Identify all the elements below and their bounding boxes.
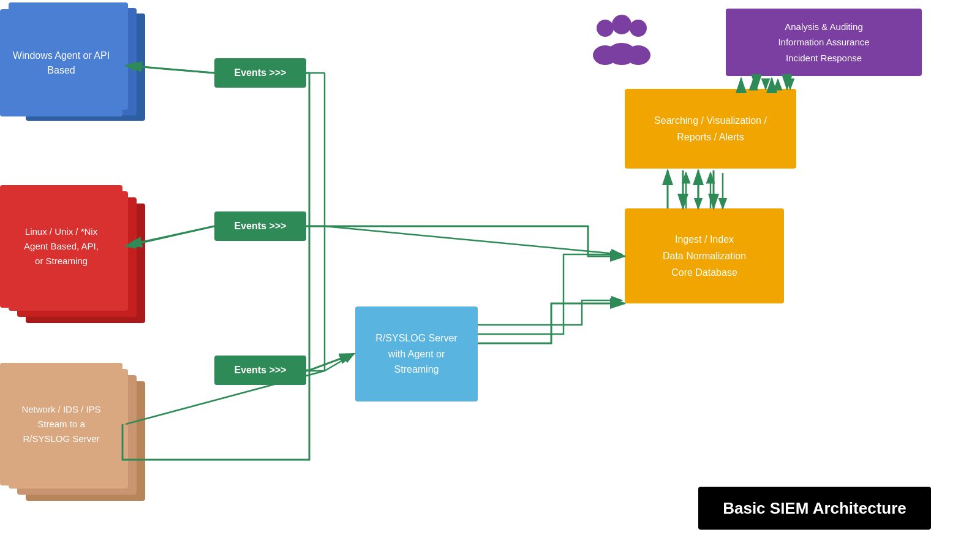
svg-point-4 [612, 15, 631, 34]
arrows-overlay [0, 0, 980, 548]
events-btn-1: Events >>> [214, 58, 306, 88]
diagram: Windows Agent or API Based Linux / Unix … [0, 0, 980, 548]
linux-agent-box: Linux / Unix / *NixAgent Based, API,or S… [0, 185, 123, 308]
svg-point-5 [607, 43, 636, 65]
windows-agent-box: Windows Agent or API Based [0, 9, 123, 116]
arrows-clean [0, 0, 980, 548]
network-label: Network / IDS / IPSStream to aR/SYSLOG S… [21, 402, 100, 446]
network-agent-box: Network / IDS / IPSStream to aR/SYSLOG S… [0, 363, 123, 485]
syslog-label: R/SYSLOG Serverwith Agent orStreaming [375, 330, 457, 378]
events-btn-2: Events >>> [214, 211, 306, 241]
users-icon [588, 11, 655, 75]
ingest-box: Ingest / IndexData NormalizationCore Dat… [625, 208, 784, 303]
search-label: Searching / Visualization /Reports / Ale… [654, 112, 767, 145]
svg-line-18 [325, 226, 622, 254]
search-box: Searching / Visualization /Reports / Ale… [625, 89, 796, 169]
linux-label: Linux / Unix / *NixAgent Based, API,or S… [24, 224, 99, 268]
svg-point-0 [597, 20, 614, 37]
analysis-box: Analysis & AuditingInformation Assurance… [726, 9, 922, 76]
ingest-label: Ingest / IndexData NormalizationCore Dat… [663, 231, 746, 281]
title-box: Basic SIEM Architecture [698, 487, 931, 530]
title-label: Basic SIEM Architecture [723, 499, 907, 518]
svg-line-19 [325, 354, 354, 371]
svg-point-2 [630, 20, 647, 37]
events-btn-3: Events >>> [214, 356, 306, 385]
analysis-label: Analysis & AuditingInformation Assurance… [778, 19, 869, 66]
syslog-box: R/SYSLOG Serverwith Agent orStreaming [355, 306, 478, 401]
windows-label: Windows Agent or API Based [6, 48, 116, 78]
